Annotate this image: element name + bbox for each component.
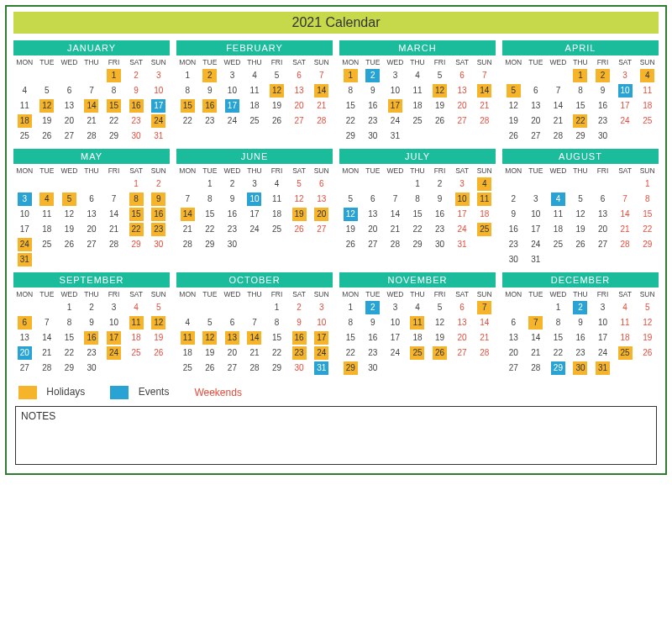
dow-header: TUE xyxy=(525,164,548,177)
day-cell: 6 xyxy=(525,83,548,98)
day-cell: 20 xyxy=(81,222,103,237)
day-cell: 16 xyxy=(502,222,525,237)
day-cell: 7 xyxy=(525,315,548,330)
day-cell: 25 xyxy=(36,237,59,252)
day-cell: 14 xyxy=(36,330,59,345)
dow-header: SAT xyxy=(451,55,474,68)
day-cell: 10 xyxy=(384,83,407,98)
day-cell: 25 xyxy=(547,237,570,252)
day-cell: 28 xyxy=(81,129,103,144)
day-cell: 31 xyxy=(310,361,333,376)
day-cell: 4 xyxy=(636,68,659,83)
dow-header: MON xyxy=(339,55,362,68)
dow-header: SUN xyxy=(473,164,496,177)
day-cell: 8 xyxy=(636,192,659,207)
legend-events: Events xyxy=(110,386,169,399)
day-cell: 15 xyxy=(547,330,570,345)
day-cell: 13 xyxy=(288,83,311,98)
notes-box[interactable]: NOTES xyxy=(15,406,657,465)
day-cell: 28 xyxy=(525,361,548,376)
day-cell: 13 xyxy=(451,83,474,98)
day-cell: 24 xyxy=(147,113,170,129)
day-cell: 16 xyxy=(362,98,385,113)
day-cell: 29 xyxy=(636,237,659,252)
day-cell: 31 xyxy=(147,129,170,144)
day-cell: 19 xyxy=(339,222,362,237)
dow-header: SUN xyxy=(636,55,659,68)
day-cell: 30 xyxy=(502,252,525,267)
day-cell: 26 xyxy=(502,129,525,144)
day-cell: 1 xyxy=(570,68,592,83)
day-cell: 5 xyxy=(428,68,451,83)
dow-header: SAT xyxy=(451,164,474,177)
dow-header: THU xyxy=(81,287,103,300)
day-cell: 22 xyxy=(265,345,288,361)
day-cell: 19 xyxy=(428,98,451,113)
month-header: JANUARY xyxy=(13,40,170,55)
day-cell: 6 xyxy=(221,315,244,330)
day-cell: 15 xyxy=(407,207,429,222)
day-cell: 26 xyxy=(58,237,81,252)
day-cell: 14 xyxy=(525,330,548,345)
dow-header: MON xyxy=(13,55,36,68)
day-cell: 11 xyxy=(13,98,36,113)
day-cell: 2 xyxy=(147,177,170,192)
day-cell: 22 xyxy=(125,222,148,237)
dow-header: THU xyxy=(570,164,592,177)
day-cell: 22 xyxy=(547,345,570,361)
month-table: MONTUEWEDTHUFRISATSUN1234567891011121314… xyxy=(502,287,659,376)
day-cell: 14 xyxy=(81,98,103,113)
dow-header: TUE xyxy=(199,287,222,300)
day-cell: 27 xyxy=(362,237,385,252)
day-cell: 6 xyxy=(58,83,81,98)
day-cell: 28 xyxy=(310,113,333,129)
day-cell: 16 xyxy=(199,98,222,113)
day-cell: 2 xyxy=(288,300,311,315)
month-block: APRILMONTUEWEDTHUFRISATSUN12345678910111… xyxy=(502,40,659,144)
day-cell: 6 xyxy=(310,177,333,192)
day-cell: 2 xyxy=(362,300,385,315)
day-cell: 30 xyxy=(591,129,614,144)
day-cell: 8 xyxy=(339,315,362,330)
day-cell: 9 xyxy=(199,83,222,98)
dow-header: WED xyxy=(221,287,244,300)
day-cell: 20 xyxy=(525,113,548,129)
dow-header: SUN xyxy=(147,55,170,68)
events-swatch xyxy=(110,386,129,399)
day-cell: 23 xyxy=(199,113,222,129)
day-cell: 30 xyxy=(125,129,148,144)
day-cell: 14 xyxy=(614,207,637,222)
dow-header: SAT xyxy=(125,55,148,68)
day-cell: 12 xyxy=(265,83,288,98)
day-cell: 3 xyxy=(591,300,614,315)
day-cell: 4 xyxy=(176,315,199,330)
day-cell: 24 xyxy=(384,113,407,129)
month-header: NOVEMBER xyxy=(339,272,496,287)
day-cell: 30 xyxy=(288,361,311,376)
day-cell: 17 xyxy=(591,330,614,345)
dow-header: THU xyxy=(244,287,266,300)
dow-header: TUE xyxy=(525,287,548,300)
day-cell: 30 xyxy=(221,237,244,252)
dow-header: THU xyxy=(570,55,592,68)
day-cell: 28 xyxy=(244,361,266,376)
day-cell: 21 xyxy=(102,222,125,237)
day-cell: 31 xyxy=(13,252,36,267)
day-cell: 26 xyxy=(147,345,170,361)
dow-header: TUE xyxy=(525,55,548,68)
day-cell: 25 xyxy=(614,345,637,361)
month-header: DECEMBER xyxy=(502,272,659,287)
day-cell: 22 xyxy=(570,113,592,129)
months-grid: JANUARYMONTUEWEDTHUFRISATSUN123456789101… xyxy=(13,40,659,376)
dow-header: SAT xyxy=(288,55,311,68)
dow-header: TUE xyxy=(199,55,222,68)
day-cell: 31 xyxy=(451,237,474,252)
day-cell: 30 xyxy=(362,129,385,144)
calendar-frame: 2021 Calendar JANUARYMONTUEWEDTHUFRISATS… xyxy=(5,5,667,475)
day-cell: 2 xyxy=(81,300,103,315)
day-cell: 18 xyxy=(547,222,570,237)
day-cell: 9 xyxy=(428,192,451,207)
day-cell: 5 xyxy=(36,83,59,98)
day-cell: 2 xyxy=(125,68,148,83)
dow-header: MON xyxy=(13,164,36,177)
